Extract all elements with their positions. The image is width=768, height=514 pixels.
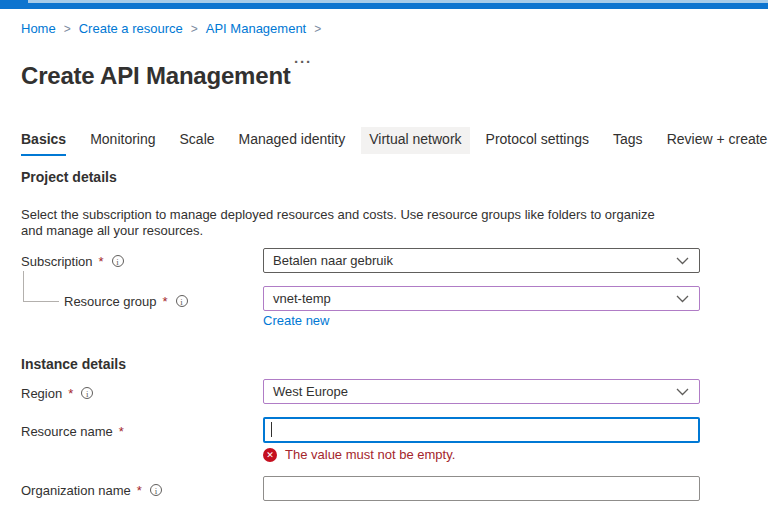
chevron-down-icon xyxy=(676,295,689,303)
required-asterisk: * xyxy=(163,294,168,309)
project-details-description: Select the subscription to manage deploy… xyxy=(21,207,676,239)
breadcrumb-separator: > xyxy=(64,22,71,36)
azure-top-bar-highlight xyxy=(28,0,768,3)
resource-group-connector-line xyxy=(23,271,59,302)
region-value: West Europe xyxy=(273,384,348,399)
wizard-tabs: Basics Monitoring Scale Managed identity… xyxy=(21,127,767,156)
tab-basics[interactable]: Basics xyxy=(21,127,66,156)
resource-group-label: Resource group * i xyxy=(64,293,188,309)
resource-group-value: vnet-temp xyxy=(273,291,331,306)
resource-name-label: Resource name * xyxy=(21,423,124,439)
resource-name-label-text: Resource name xyxy=(21,424,113,439)
resource-group-label-text: Resource group xyxy=(64,294,157,309)
resource-name-input[interactable] xyxy=(263,417,700,443)
instance-details-heading: Instance details xyxy=(21,356,126,372)
tab-review-create[interactable]: Review + create xyxy=(667,127,768,154)
validation-error: ✕ The value must not be empty. xyxy=(263,447,455,462)
info-icon[interactable]: i xyxy=(150,484,162,496)
page-title: Create API Management xyxy=(21,62,291,90)
tab-virtual-network[interactable]: Virtual network xyxy=(361,127,469,154)
info-icon[interactable]: i xyxy=(112,255,124,267)
region-label: Region * i xyxy=(21,385,93,401)
breadcrumb-home[interactable]: Home xyxy=(21,21,56,36)
project-details-heading: Project details xyxy=(21,169,117,185)
tab-scale[interactable]: Scale xyxy=(180,127,215,154)
info-icon[interactable]: i xyxy=(81,387,93,399)
error-icon: ✕ xyxy=(263,448,277,462)
tab-tags[interactable]: Tags xyxy=(613,127,643,154)
breadcrumb-separator: > xyxy=(314,22,321,36)
text-cursor xyxy=(271,422,272,437)
subscription-dropdown[interactable]: Betalen naar gebruik xyxy=(263,248,700,273)
chevron-down-icon xyxy=(676,257,689,265)
breadcrumb-api-management[interactable]: API Management xyxy=(206,21,306,36)
error-message: The value must not be empty. xyxy=(285,447,455,462)
info-icon[interactable]: i xyxy=(176,295,188,307)
tab-managed-identity[interactable]: Managed identity xyxy=(239,127,346,154)
resource-group-dropdown[interactable]: vnet-temp xyxy=(263,286,700,311)
organization-name-label-text: Organization name xyxy=(21,483,131,498)
more-options-icon[interactable]: ··· xyxy=(294,53,312,70)
breadcrumb: Home > Create a resource > API Managemen… xyxy=(21,21,321,36)
required-asterisk: * xyxy=(99,254,104,269)
region-label-text: Region xyxy=(21,386,62,401)
chevron-down-icon xyxy=(676,388,689,396)
create-new-link[interactable]: Create new xyxy=(263,313,329,328)
tab-protocol-settings[interactable]: Protocol settings xyxy=(486,127,590,154)
region-dropdown[interactable]: West Europe xyxy=(263,379,700,404)
subscription-label: Subscription * i xyxy=(21,253,124,269)
breadcrumb-create-a-resource[interactable]: Create a resource xyxy=(79,21,183,36)
required-asterisk: * xyxy=(68,386,73,401)
breadcrumb-separator: > xyxy=(191,22,198,36)
azure-top-bar xyxy=(0,0,768,9)
subscription-label-text: Subscription xyxy=(21,254,93,269)
organization-name-input[interactable] xyxy=(263,476,700,501)
subscription-value: Betalen naar gebruik xyxy=(273,253,393,268)
required-asterisk: * xyxy=(137,483,142,498)
organization-name-label: Organization name * i xyxy=(21,482,162,498)
required-asterisk: * xyxy=(119,424,124,439)
create-api-management-page: Home > Create a resource > API Managemen… xyxy=(0,0,768,514)
tab-monitoring[interactable]: Monitoring xyxy=(90,127,155,154)
